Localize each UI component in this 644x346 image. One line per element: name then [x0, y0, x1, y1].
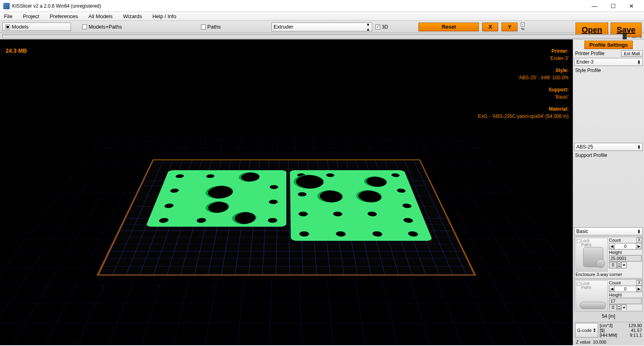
style-profile-label: Style Profile [574, 67, 643, 142]
minimize-button[interactable]: — [585, 0, 604, 12]
x-button[interactable]: X [482, 23, 498, 31]
3d-checkbox[interactable]: ✓ 3D [375, 24, 388, 30]
style-profile-select[interactable]: ABS-25▲▼ [574, 143, 643, 151]
window-title: KISSlicer v2 a 2.0.6 Win64 (unregistered… [12, 3, 101, 9]
z-value-row: Z value 10.000 [574, 340, 643, 345]
right-panel: Profile Settings Printer Profile Ext Mat… [573, 39, 644, 345]
extruder-dropdown-value: Extruder [273, 24, 293, 30]
menu-all-models[interactable]: All Models [86, 12, 115, 20]
view-models-paths-radio[interactable]: Models+Paths [82, 24, 122, 30]
count-spinner[interactable]: ◀0▶ [609, 243, 642, 249]
extruder-dropdown[interactable]: Extruder ▼▲ [271, 23, 372, 31]
y-button[interactable]: Y [501, 23, 518, 31]
view-models-paths-label: Models+Paths [89, 24, 122, 30]
menu-help[interactable]: Help / Info [150, 12, 178, 20]
profile-settings-button[interactable]: Profile Settings [584, 41, 633, 49]
path-slider-handle[interactable] [623, 34, 627, 39]
reset-button[interactable]: Reset [418, 23, 479, 31]
path-row: Path% [0, 33, 644, 39]
card-close-button[interactable]: X [636, 237, 642, 243]
menu-preferences[interactable]: Preferences [47, 12, 80, 20]
path-slider[interactable] [2, 34, 627, 38]
menu-project[interactable]: Project [21, 12, 41, 20]
lock-paths-checkbox[interactable] [577, 239, 580, 243]
info-overlay: Printer:'Ender-3' Style:'ABS-25' - Infil… [478, 47, 569, 125]
model-cards: X LockPaths Count ◀0▶ Height 25.0001 0▲▼… [574, 237, 643, 310]
height-input[interactable]: 25.0001 [609, 255, 642, 262]
printer-profile-label: Printer Profile [574, 50, 620, 57]
model-card: X LockPaths Count ◀0▶ Height 17 0▲▼⇄ 5 P… [574, 279, 643, 310]
window-controls: — ☐ ✕ [585, 0, 641, 12]
filament-length: 54 [m] [574, 311, 643, 321]
model-card: X LockPaths Count ◀0▶ Height 25.0001 0▲▼… [574, 237, 643, 278]
memory-label: 24.3 MB [6, 47, 27, 54]
close-button[interactable]: ✕ [622, 0, 641, 12]
view-paths-radio[interactable]: Paths [201, 24, 221, 30]
gcode-row: G-code▲▼ [cm^3]129.90 [$]41.57 [HH:MM]9:… [574, 322, 643, 338]
card-thumbnail[interactable]: LockPaths [576, 238, 608, 272]
3d-label: 3D [382, 24, 388, 30]
gcode-select[interactable]: G-code▲▼ [575, 323, 598, 338]
rotation-spinner[interactable]: 0▲▼⇄ [609, 262, 642, 268]
app-icon [3, 3, 10, 9]
printer-profile-select[interactable]: Ender-3▲▼ [574, 58, 643, 66]
card-close-button[interactable]: X [636, 280, 642, 286]
toolbar: Models Models+Paths Paths Extruder ▼▲ ✓ … [0, 21, 644, 33]
view-models-label: Models [12, 24, 29, 30]
maximize-button[interactable]: ☐ [604, 0, 622, 12]
percent-toggle[interactable]: ✓ % [521, 23, 525, 31]
card-thumbnail[interactable]: LockPaths [576, 280, 608, 310]
count-spinner[interactable]: ◀0▶ [609, 286, 642, 292]
rotation-spinner[interactable]: 0▲▼⇄ [609, 305, 642, 310]
view-models-radio[interactable]: Models [2, 23, 71, 31]
view-paths-label: Paths [207, 24, 221, 30]
3d-viewport[interactable]: 24.3 MB Printer:'Ender-3' Style:'ABS-25'… [0, 39, 573, 345]
support-profile-select[interactable]: Basic▲▼ [574, 227, 643, 235]
menu-file[interactable]: File [2, 12, 15, 20]
lock-paths-checkbox[interactable] [577, 282, 580, 286]
title-bar: KISSlicer v2 a 2.0.6 Win64 (unregistered… [0, 0, 644, 12]
chevron-down-icon: ▼▲ [366, 23, 370, 31]
support-profile-label: Support Profile [574, 152, 643, 227]
menu-wizards[interactable]: Wizards [120, 12, 144, 20]
height-input[interactable]: 17 [609, 298, 642, 304]
ext-matl-button[interactable]: Ext Matl [621, 50, 643, 57]
card-name: Enclosure 3-way corner [576, 272, 642, 277]
menu-bar: File Project Preferences All Models Wiza… [0, 12, 644, 21]
